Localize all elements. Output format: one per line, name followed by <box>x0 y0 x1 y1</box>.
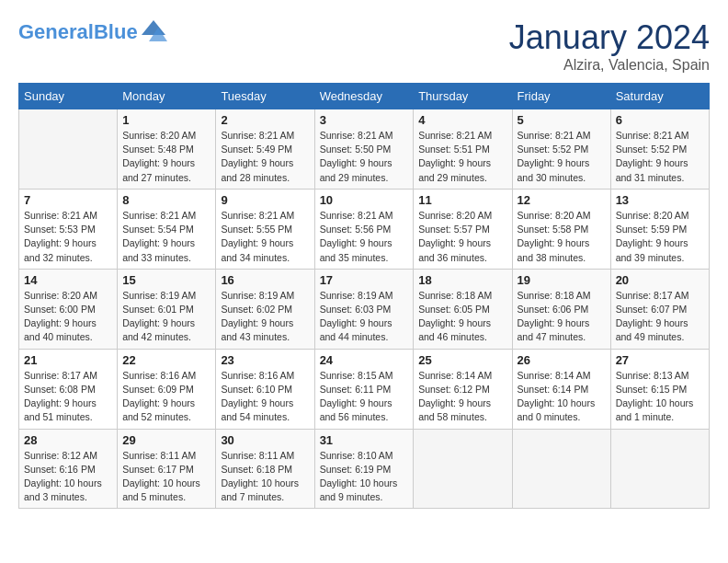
calendar-cell: 18Sunrise: 8:18 AMSunset: 6:05 PMDayligh… <box>414 269 512 349</box>
day-info: Sunrise: 8:21 AMSunset: 5:55 PMDaylight:… <box>221 209 309 265</box>
day-info: Sunrise: 8:20 AMSunset: 5:48 PMDaylight:… <box>122 129 210 185</box>
day-info: Sunrise: 8:17 AMSunset: 6:08 PMDaylight:… <box>24 369 112 425</box>
day-number: 2 <box>221 113 309 127</box>
day-number: 19 <box>518 273 606 287</box>
month-title: January 2024 <box>509 18 710 57</box>
day-info: Sunrise: 8:21 AMSunset: 5:51 PMDaylight:… <box>418 129 506 185</box>
page-header: GeneralBlue January 2024 Alzira, Valenci… <box>18 18 710 74</box>
day-of-week-thursday: Thursday <box>414 84 512 109</box>
day-number: 24 <box>320 353 409 367</box>
calendar-header: SundayMondayTuesdayWednesdayThursdayFrid… <box>19 84 710 109</box>
calendar-cell: 25Sunrise: 8:14 AMSunset: 6:12 PMDayligh… <box>414 349 512 429</box>
location-subtitle: Alzira, Valencia, Spain <box>509 57 710 74</box>
day-info: Sunrise: 8:19 AMSunset: 6:02 PMDaylight:… <box>221 289 309 345</box>
day-info: Sunrise: 8:19 AMSunset: 6:01 PMDaylight:… <box>122 289 210 345</box>
day-number: 18 <box>418 273 506 287</box>
day-number: 12 <box>518 193 606 207</box>
calendar-cell <box>414 429 512 509</box>
calendar-cell: 12Sunrise: 8:20 AMSunset: 5:58 PMDayligh… <box>512 189 610 269</box>
day-info: Sunrise: 8:17 AMSunset: 6:07 PMDaylight:… <box>616 289 704 345</box>
calendar-cell: 17Sunrise: 8:19 AMSunset: 6:03 PMDayligh… <box>314 269 414 349</box>
calendar-cell <box>512 429 610 509</box>
day-number: 3 <box>320 113 409 127</box>
day-number: 31 <box>320 433 409 447</box>
calendar-body: 1Sunrise: 8:20 AMSunset: 5:48 PMDaylight… <box>19 109 710 509</box>
logo: GeneralBlue <box>18 18 167 46</box>
day-info: Sunrise: 8:21 AMSunset: 5:52 PMDaylight:… <box>518 129 606 185</box>
day-number: 28 <box>24 433 112 447</box>
title-section: January 2024 Alzira, Valencia, Spain <box>509 18 710 74</box>
day-number: 7 <box>24 193 112 207</box>
day-number: 8 <box>122 193 210 207</box>
day-info: Sunrise: 8:12 AMSunset: 6:16 PMDaylight:… <box>24 449 112 505</box>
day-number: 22 <box>122 353 210 367</box>
day-of-week-monday: Monday <box>118 84 216 109</box>
day-number: 16 <box>221 273 309 287</box>
week-row-5: 28Sunrise: 8:12 AMSunset: 6:16 PMDayligh… <box>19 429 710 509</box>
day-info: Sunrise: 8:14 AMSunset: 6:12 PMDaylight:… <box>418 369 506 425</box>
calendar-cell: 7Sunrise: 8:21 AMSunset: 5:53 PMDaylight… <box>19 189 118 269</box>
day-info: Sunrise: 8:20 AMSunset: 5:58 PMDaylight:… <box>518 209 606 265</box>
day-number: 6 <box>616 113 704 127</box>
calendar-cell: 13Sunrise: 8:20 AMSunset: 5:59 PMDayligh… <box>610 189 709 269</box>
days-of-week-row: SundayMondayTuesdayWednesdayThursdayFrid… <box>19 84 710 109</box>
day-info: Sunrise: 8:13 AMSunset: 6:15 PMDaylight:… <box>616 369 704 425</box>
day-number: 30 <box>221 433 309 447</box>
svg-marker-0 <box>142 20 165 35</box>
calendar-cell: 11Sunrise: 8:20 AMSunset: 5:57 PMDayligh… <box>414 189 512 269</box>
day-number: 25 <box>418 353 506 367</box>
day-number: 5 <box>518 113 606 127</box>
calendar-cell: 10Sunrise: 8:21 AMSunset: 5:56 PMDayligh… <box>314 189 414 269</box>
calendar-cell: 21Sunrise: 8:17 AMSunset: 6:08 PMDayligh… <box>19 349 118 429</box>
day-info: Sunrise: 8:16 AMSunset: 6:10 PMDaylight:… <box>221 369 309 425</box>
day-number: 26 <box>518 353 606 367</box>
logo-text: GeneralBlue <box>18 22 138 42</box>
calendar-cell: 24Sunrise: 8:15 AMSunset: 6:11 PMDayligh… <box>314 349 414 429</box>
week-row-2: 7Sunrise: 8:21 AMSunset: 5:53 PMDaylight… <box>19 189 710 269</box>
calendar-cell: 29Sunrise: 8:11 AMSunset: 6:17 PMDayligh… <box>118 429 216 509</box>
day-number: 1 <box>122 113 210 127</box>
calendar-cell: 22Sunrise: 8:16 AMSunset: 6:09 PMDayligh… <box>118 349 216 429</box>
calendar-cell <box>610 429 709 509</box>
day-info: Sunrise: 8:15 AMSunset: 6:11 PMDaylight:… <box>320 369 409 425</box>
day-of-week-friday: Friday <box>512 84 610 109</box>
day-info: Sunrise: 8:16 AMSunset: 6:09 PMDaylight:… <box>122 369 210 425</box>
calendar-cell: 1Sunrise: 8:20 AMSunset: 5:48 PMDaylight… <box>118 109 216 190</box>
calendar-cell: 4Sunrise: 8:21 AMSunset: 5:51 PMDaylight… <box>414 109 512 190</box>
day-number: 27 <box>616 353 704 367</box>
calendar-cell: 16Sunrise: 8:19 AMSunset: 6:02 PMDayligh… <box>216 269 314 349</box>
day-info: Sunrise: 8:21 AMSunset: 5:49 PMDaylight:… <box>221 129 309 185</box>
calendar-cell: 5Sunrise: 8:21 AMSunset: 5:52 PMDaylight… <box>512 109 610 190</box>
day-of-week-wednesday: Wednesday <box>314 84 414 109</box>
calendar-cell: 14Sunrise: 8:20 AMSunset: 6:00 PMDayligh… <box>19 269 118 349</box>
calendar-cell: 23Sunrise: 8:16 AMSunset: 6:10 PMDayligh… <box>216 349 314 429</box>
day-number: 20 <box>616 273 704 287</box>
day-info: Sunrise: 8:20 AMSunset: 5:57 PMDaylight:… <box>418 209 506 265</box>
day-info: Sunrise: 8:21 AMSunset: 5:50 PMDaylight:… <box>320 129 409 185</box>
calendar-cell: 20Sunrise: 8:17 AMSunset: 6:07 PMDayligh… <box>610 269 709 349</box>
day-number: 13 <box>616 193 704 207</box>
day-number: 29 <box>122 433 210 447</box>
calendar-cell: 28Sunrise: 8:12 AMSunset: 6:16 PMDayligh… <box>19 429 118 509</box>
logo-icon <box>140 18 167 46</box>
calendar-cell: 6Sunrise: 8:21 AMSunset: 5:52 PMDaylight… <box>610 109 709 190</box>
day-number: 11 <box>418 193 506 207</box>
week-row-1: 1Sunrise: 8:20 AMSunset: 5:48 PMDaylight… <box>19 109 710 190</box>
day-number: 23 <box>221 353 309 367</box>
day-of-week-tuesday: Tuesday <box>216 84 314 109</box>
calendar-cell: 2Sunrise: 8:21 AMSunset: 5:49 PMDaylight… <box>216 109 314 190</box>
day-info: Sunrise: 8:20 AMSunset: 5:59 PMDaylight:… <box>616 209 704 265</box>
day-of-week-saturday: Saturday <box>610 84 709 109</box>
day-info: Sunrise: 8:21 AMSunset: 5:52 PMDaylight:… <box>616 129 704 185</box>
day-info: Sunrise: 8:18 AMSunset: 6:06 PMDaylight:… <box>518 289 606 345</box>
day-info: Sunrise: 8:18 AMSunset: 6:05 PMDaylight:… <box>418 289 506 345</box>
day-number: 17 <box>320 273 409 287</box>
calendar-cell: 31Sunrise: 8:10 AMSunset: 6:19 PMDayligh… <box>314 429 414 509</box>
day-of-week-sunday: Sunday <box>19 84 118 109</box>
week-row-3: 14Sunrise: 8:20 AMSunset: 6:00 PMDayligh… <box>19 269 710 349</box>
calendar-cell: 15Sunrise: 8:19 AMSunset: 6:01 PMDayligh… <box>118 269 216 349</box>
day-number: 10 <box>320 193 409 207</box>
day-info: Sunrise: 8:21 AMSunset: 5:56 PMDaylight:… <box>320 209 409 265</box>
week-row-4: 21Sunrise: 8:17 AMSunset: 6:08 PMDayligh… <box>19 349 710 429</box>
day-info: Sunrise: 8:19 AMSunset: 6:03 PMDaylight:… <box>320 289 409 345</box>
